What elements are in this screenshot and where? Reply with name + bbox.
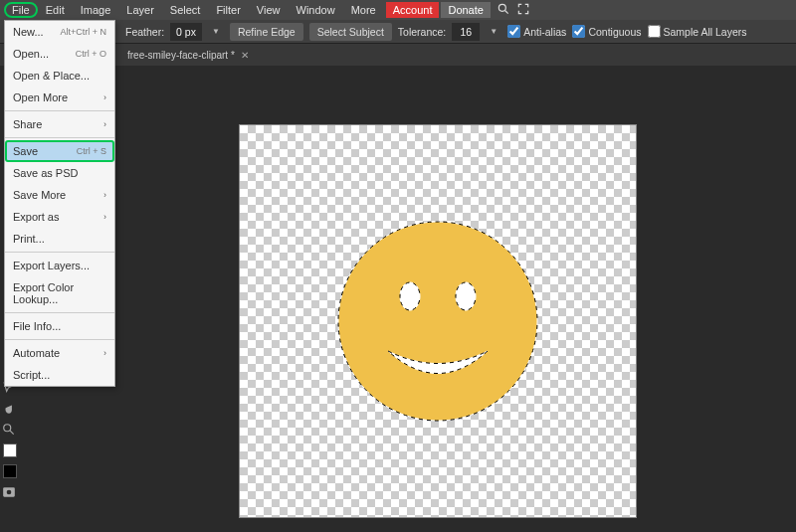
fullscreen-icon[interactable] [516, 2, 530, 18]
tolerance-label: Tolerance: [398, 26, 446, 38]
antialias-checkbox[interactable]: Anti-alias [507, 25, 566, 38]
svg-line-1 [505, 11, 508, 14]
menu-image[interactable]: Image [73, 2, 119, 18]
options-toolbar: Feather: 0 px ▼ Refine Edge Select Subje… [0, 20, 796, 44]
zoom-tool-icon[interactable] [0, 421, 18, 439]
feather-label: Feather: [125, 26, 164, 38]
file-menu-item-open-more[interactable]: Open More› [5, 87, 114, 108]
document-tab-bar: free-smiley-face-clipart * ✕ [0, 44, 796, 66]
menu-filter[interactable]: Filter [208, 2, 248, 18]
transparency-background [239, 124, 637, 518]
menubar: File Edit Image Layer Select Filter View… [0, 0, 796, 20]
file-menu-item-export-color-lookup[interactable]: Export Color Lookup... [5, 276, 114, 310]
submenu-arrow-icon: › [103, 212, 106, 222]
select-subject-button[interactable]: Select Subject [309, 23, 392, 41]
svg-point-2 [4, 425, 11, 432]
document-tab-label: free-smiley-face-clipart * [127, 50, 235, 61]
tolerance-input[interactable]: 16 [452, 23, 480, 41]
svg-point-5 [7, 490, 12, 495]
submenu-arrow-icon: › [103, 92, 106, 102]
refine-edge-button[interactable]: Refine Edge [230, 23, 303, 41]
file-menu-item-share[interactable]: Share› [5, 113, 114, 135]
file-menu-item-save-more[interactable]: Save More› [5, 184, 114, 206]
file-menu-item-open-place[interactable]: Open & Place... [5, 65, 114, 87]
donate-button[interactable]: Donate [441, 2, 490, 18]
account-button[interactable]: Account [386, 2, 440, 18]
file-menu-item-export-as[interactable]: Export as› [5, 206, 114, 228]
file-menu-item-print[interactable]: Print... [5, 228, 114, 250]
menu-more[interactable]: More [343, 2, 384, 18]
menu-edit[interactable]: Edit [38, 2, 73, 18]
file-menu-item-save-as-psd[interactable]: Save as PSD [5, 162, 114, 184]
submenu-arrow-icon: › [103, 119, 106, 129]
search-icon[interactable] [497, 2, 510, 18]
menu-file[interactable]: File [4, 2, 38, 18]
file-menu-item-automate[interactable]: Automate› [5, 342, 114, 364]
file-dropdown-menu: New...Alt+Ctrl + NOpen...Ctrl + OOpen & … [4, 20, 115, 387]
quickmask-icon[interactable] [0, 483, 18, 501]
tolerance-dropdown-icon[interactable]: ▼ [486, 27, 501, 36]
document-tab[interactable]: free-smiley-face-clipart * ✕ [119, 47, 257, 64]
hand-tool-icon[interactable] [0, 400, 18, 418]
menu-window[interactable]: Window [289, 2, 343, 18]
background-swatch[interactable] [3, 464, 17, 478]
smiley-image [328, 212, 547, 431]
close-tab-icon[interactable]: ✕ [241, 50, 249, 61]
feather-dropdown-icon[interactable]: ▼ [208, 27, 224, 36]
canvas[interactable] [239, 124, 637, 518]
submenu-arrow-icon: › [103, 190, 106, 200]
svg-point-0 [498, 4, 505, 11]
sample-all-layers-checkbox[interactable]: Sample All Layers [648, 25, 747, 38]
file-menu-item-file-info[interactable]: File Info... [5, 315, 114, 337]
svg-point-6 [338, 222, 537, 421]
file-menu-item-open[interactable]: Open...Ctrl + O [5, 43, 114, 65]
file-menu-item-script[interactable]: Script... [5, 364, 114, 386]
menu-select[interactable]: Select [162, 2, 209, 18]
file-menu-item-export-layers[interactable]: Export Layers... [5, 255, 114, 276]
menu-view[interactable]: View [249, 2, 289, 18]
foreground-swatch[interactable] [3, 443, 17, 457]
submenu-arrow-icon: › [103, 348, 106, 358]
file-menu-item-save[interactable]: SaveCtrl + S [5, 140, 114, 162]
svg-line-3 [10, 431, 14, 435]
file-menu-item-new[interactable]: New...Alt+Ctrl + N [5, 21, 114, 43]
menu-layer[interactable]: Layer [118, 2, 162, 18]
feather-input[interactable]: 0 px [170, 23, 202, 41]
contiguous-checkbox[interactable]: Contiguous [572, 25, 641, 38]
